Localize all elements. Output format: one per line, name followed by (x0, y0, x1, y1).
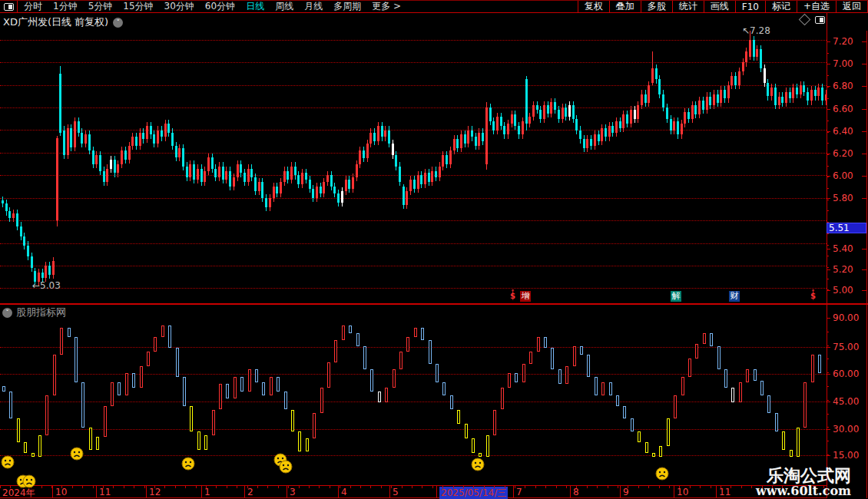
period-tab-5[interactable]: 30分钟 (164, 1, 194, 12)
candle-body (359, 150, 361, 164)
toolbar-button-F10[interactable]: F10 (736, 1, 766, 13)
date-minor-tick (463, 486, 464, 488)
date-minor-tick (82, 486, 83, 488)
selected-date-label: 2025/05/14/三 (439, 487, 508, 499)
candle-body (579, 131, 581, 140)
toolbar-button-统计[interactable]: 统计 (673, 1, 704, 13)
candle-body (142, 133, 144, 140)
candle-body (562, 107, 564, 119)
period-tab-10[interactable]: 多周期 (333, 1, 361, 12)
date-minor-tick (700, 486, 701, 488)
indicator-bar (31, 453, 35, 457)
date-label: 8 (573, 487, 579, 497)
candle-body (734, 76, 737, 85)
trading-app-window: 分时1分钟5分钟15分钟30分钟60分钟日线周线月线多周期更多 > 复权叠加多股… (0, 0, 868, 499)
price-axis-label: 5.80 (833, 193, 853, 203)
date-label: 12 (149, 487, 161, 497)
candle-body (709, 97, 711, 106)
indicator-bar (2, 386, 5, 392)
toolbar-button-叠加[interactable]: 叠加 (610, 1, 641, 13)
date-label: 2 (247, 487, 253, 497)
indicator-bar (240, 377, 244, 392)
period-tab-2[interactable]: 1分钟 (53, 1, 78, 12)
toolbar-button-+自选[interactable]: +自选 (797, 1, 837, 13)
period-tab-8[interactable]: 周线 (275, 1, 293, 12)
indicator-bar (320, 388, 323, 413)
candle-body (70, 128, 72, 147)
date-minor-tick (340, 486, 340, 488)
period-tab-9[interactable]: 月线 (304, 1, 323, 12)
date-minor-tick (473, 486, 474, 488)
period-tab-11[interactable]: 更多 > (372, 1, 401, 12)
candle-body (724, 90, 726, 99)
indicator-bar (212, 410, 215, 435)
candle-body (673, 121, 675, 131)
indicator-bar (638, 431, 641, 442)
axis-minor-tick (827, 210, 829, 211)
candle-body (283, 171, 286, 183)
chevron-down-icon[interactable]: ˅ (2, 308, 12, 318)
indicator-bar (197, 431, 200, 450)
candle-body (316, 187, 318, 198)
dividend-marker[interactable]: ↑$ (510, 290, 515, 299)
toolbar-button-多股[interactable]: 多股 (641, 1, 673, 13)
dividend-marker[interactable]: ↑$ (810, 290, 816, 299)
candle-body (522, 121, 524, 135)
candle-body (601, 128, 603, 142)
toolbar-button-画线[interactable]: 画线 (704, 1, 736, 13)
axis-minor-tick (827, 188, 829, 189)
candle-body (207, 157, 210, 171)
period-tab-6[interactable]: 60分钟 (205, 1, 235, 12)
main-candlestick-chart[interactable]: ↖7.28←5.03增解财↑$↑$ (0, 14, 827, 303)
candle-body (186, 167, 188, 178)
candle-body (528, 117, 531, 124)
candle-body (366, 144, 369, 158)
indicator-bar (255, 369, 258, 382)
candle-body (731, 76, 733, 85)
window-menu-button[interactable] (0, 1, 18, 13)
event-marker-增[interactable]: 增 (520, 291, 531, 302)
indicator-bar (176, 348, 179, 377)
period-tab-1[interactable]: 分时 (24, 1, 42, 12)
date-minor-tick (216, 486, 217, 488)
date-minor-tick (309, 486, 310, 488)
date-minor-tick (93, 486, 94, 488)
indicator-gridline (0, 347, 827, 348)
event-marker-财[interactable]: 财 (729, 291, 740, 302)
candle-body (63, 131, 65, 155)
indicator-bar (154, 337, 157, 352)
date-label: 11 (99, 487, 111, 497)
indicator-panel[interactable]: ˅ 股朋指标网 (0, 304, 827, 485)
toolbar-button-返回[interactable]: 返回 (837, 1, 868, 13)
candle-body (749, 40, 751, 57)
axis-tick (827, 455, 830, 456)
date-minor-tick (370, 486, 371, 488)
candle-body (817, 88, 820, 97)
candle-body (435, 171, 437, 178)
candle-body (240, 164, 242, 173)
candle-body (637, 105, 639, 119)
date-minor-tick (360, 486, 361, 488)
period-tab-4[interactable]: 15分钟 (123, 1, 153, 12)
event-marker-解[interactable]: 解 (671, 291, 681, 302)
candle-body (27, 246, 29, 257)
indicator-bar (775, 413, 778, 431)
candle-body (171, 133, 174, 147)
candle-body (774, 88, 777, 106)
candle-body (446, 155, 448, 164)
period-tab-3[interactable]: 5分钟 (88, 1, 113, 12)
high-price-annotation: ↖7.28 (742, 25, 770, 36)
price-gridline (0, 198, 827, 199)
candle-body (406, 191, 408, 205)
candle-body (789, 92, 791, 99)
indicator-bar (284, 392, 287, 410)
period-tab-7[interactable]: 日线 (246, 1, 264, 12)
indicator-bar (595, 377, 598, 395)
sad-face-emoji (22, 474, 36, 491)
candle-body (211, 157, 214, 169)
axis-tick (827, 290, 830, 291)
up-arrow-icon: ↑ (510, 290, 515, 294)
candle-body (651, 68, 654, 83)
toolbar-button-复权[interactable]: 复权 (578, 1, 610, 13)
toolbar-button-标记[interactable]: 标记 (766, 1, 797, 13)
